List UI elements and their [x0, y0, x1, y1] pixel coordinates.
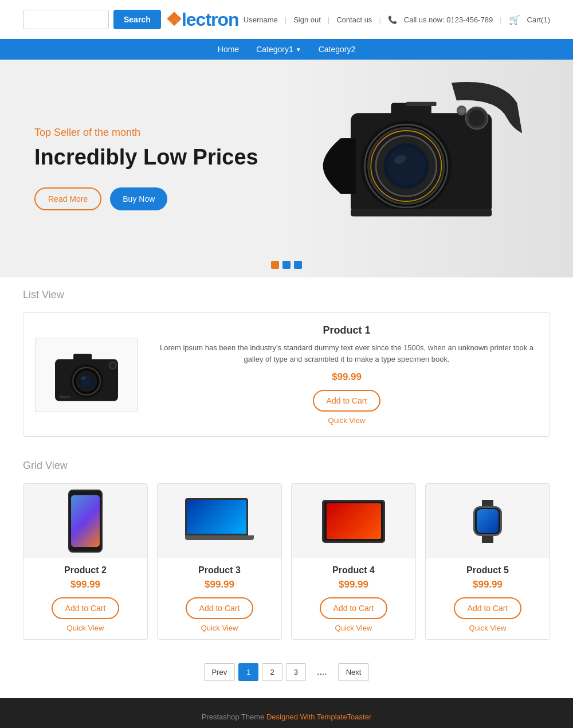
logo[interactable]: ❖lectron [166, 9, 239, 30]
svg-rect-18 [73, 354, 92, 362]
pagination-dots: .... [309, 663, 335, 681]
laptop-base [185, 535, 254, 540]
phone-screen [71, 495, 100, 547]
pagination: Prev 1 2 3 .... Next [0, 651, 573, 698]
separator-1: | [285, 15, 286, 24]
product3-body: Product 3 $99.99 Add to Cart Quick View [158, 558, 281, 639]
hero-banner: Top Seller of the month Incredibly Low P… [0, 60, 573, 277]
product3-image [158, 484, 281, 558]
page-2-button[interactable]: 2 [262, 663, 282, 681]
logo-text: lectron [182, 9, 239, 30]
product4-price: $99.99 [297, 579, 410, 590]
product1-add-to-cart-button[interactable]: Add to Cart [313, 390, 381, 412]
logo-icon: ❖ [166, 9, 182, 30]
product1-quick-view-link[interactable]: Quick View [155, 416, 538, 425]
grid-item-product3: Product 3 $99.99 Add to Cart Quick View [157, 483, 282, 640]
signout-link[interactable]: Sign out [293, 15, 321, 24]
product1-camera-icon: Nikon [44, 343, 129, 406]
product1-details: Product 1 Lorem ipsum has been the indus… [155, 324, 538, 425]
read-more-button[interactable]: Read More [34, 187, 101, 210]
tablet-screen [327, 503, 381, 539]
footer-link[interactable]: Designed With TemplateToaster [266, 713, 371, 721]
product2-name: Product 2 [29, 565, 142, 576]
watch-band-top [482, 500, 493, 506]
hero-dots [271, 261, 302, 269]
nav-category1[interactable]: Category1 ▼ [256, 45, 301, 54]
product4-tablet-icon [322, 500, 385, 543]
product1-price: $99.99 [155, 371, 538, 383]
separator-3: | [379, 15, 380, 24]
product3-quick-view-link[interactable]: Quick View [163, 624, 276, 632]
product2-body: Product 2 $99.99 Add to Cart Quick View [23, 558, 147, 639]
dot-2[interactable] [282, 261, 291, 269]
search-button[interactable]: Search [113, 10, 161, 29]
product3-laptop-icon [185, 498, 254, 544]
list-view-title: List View [0, 277, 573, 307]
watch-screen [477, 509, 499, 533]
cart-icon: 🛒 [509, 14, 520, 25]
hero-title: Incredibly Low Prices [34, 144, 539, 171]
product4-quick-view-link[interactable]: Quick View [297, 624, 410, 632]
dot-3[interactable] [294, 261, 302, 269]
contact-link[interactable]: Contact us [336, 15, 372, 24]
hero-buttons: Read More Buy Now [34, 187, 539, 210]
hero-content: Top Seller of the month Incredibly Low P… [0, 104, 573, 234]
product3-add-to-cart-button[interactable]: Add to Cart [186, 597, 254, 619]
next-page-button[interactable]: Next [338, 663, 370, 681]
grid-item-product4: Product 4 $99.99 Add to Cart Quick View [291, 483, 416, 640]
header-left: Search [23, 10, 161, 29]
product4-add-to-cart-button[interactable]: Add to Cart [320, 597, 388, 619]
product1-description: Lorem ipsum has been the industry's stan… [155, 342, 538, 365]
footer-text: Prestashop Theme [202, 713, 266, 721]
buy-now-button[interactable]: Buy Now [110, 187, 167, 210]
navigation: Home Category1 ▼ Category2 [0, 39, 573, 60]
svg-point-26 [110, 362, 115, 367]
product5-watch-icon [472, 500, 504, 543]
product5-name: Product 5 [431, 565, 544, 576]
product5-quick-view-link[interactable]: Quick View [431, 624, 544, 632]
header-right: Username | Sign out | Contact us | 📞 Cal… [244, 14, 550, 25]
chevron-down-icon: ▼ [296, 46, 301, 53]
laptop-screen [185, 498, 248, 535]
product4-body: Product 4 $99.99 Add to Cart Quick View [292, 558, 415, 639]
cart-link[interactable]: Cart(1) [527, 15, 550, 24]
separator-2: | [328, 15, 329, 24]
nav-home[interactable]: Home [218, 45, 239, 54]
footer: Prestashop Theme Designed With TemplateT… [0, 698, 573, 728]
product4-name: Product 4 [297, 565, 410, 576]
nav-category2[interactable]: Category2 [319, 45, 356, 54]
watch-band-bottom [482, 536, 493, 542]
hero-subtitle: Top Seller of the month [34, 127, 539, 139]
separator-4: | [500, 15, 501, 24]
search-input[interactable] [23, 10, 109, 29]
product5-body: Product 5 $99.99 Add to Cart Quick View [426, 558, 550, 639]
product2-image [23, 484, 147, 558]
grid-view-section: Product 2 $99.99 Add to Cart Quick View … [0, 477, 573, 651]
page-1-button[interactable]: 1 [238, 663, 258, 681]
product5-image [426, 484, 550, 558]
product2-add-to-cart-button[interactable]: Add to Cart [52, 597, 120, 619]
product2-phone-icon [68, 490, 103, 553]
list-item: Nikon Product 1 Lorem ipsum has been the… [23, 312, 550, 437]
phone-icon: 📞 [388, 15, 397, 24]
grid-item-product2: Product 2 $99.99 Add to Cart Quick View [23, 483, 148, 640]
product1-name: Product 1 [155, 324, 538, 336]
product5-add-to-cart-button[interactable]: Add to Cart [454, 597, 522, 619]
product2-quick-view-link[interactable]: Quick View [29, 624, 142, 632]
phone-link[interactable]: Call us now: 0123-456-789 [404, 15, 493, 24]
grid-item-product5: Product 5 $99.99 Add to Cart Quick View [425, 483, 550, 640]
product3-name: Product 3 [163, 565, 276, 576]
product4-image [292, 484, 415, 558]
page-3-button[interactable]: 3 [286, 663, 306, 681]
product2-price: $99.99 [29, 579, 142, 590]
product1-image: Nikon [35, 338, 138, 412]
list-view-section: Nikon Product 1 Lorem ipsum has been the… [0, 307, 573, 448]
username-link[interactable]: Username [244, 15, 278, 24]
product3-price: $99.99 [163, 579, 276, 590]
svg-text:Nikon: Nikon [59, 394, 70, 400]
prev-page-button[interactable]: Prev [204, 663, 236, 681]
grid-container: Product 2 $99.99 Add to Cart Quick View … [23, 483, 550, 640]
dot-1[interactable] [271, 261, 279, 269]
header: Search ❖lectron Username | Sign out | Co… [0, 0, 573, 39]
watch-body [473, 506, 502, 536]
